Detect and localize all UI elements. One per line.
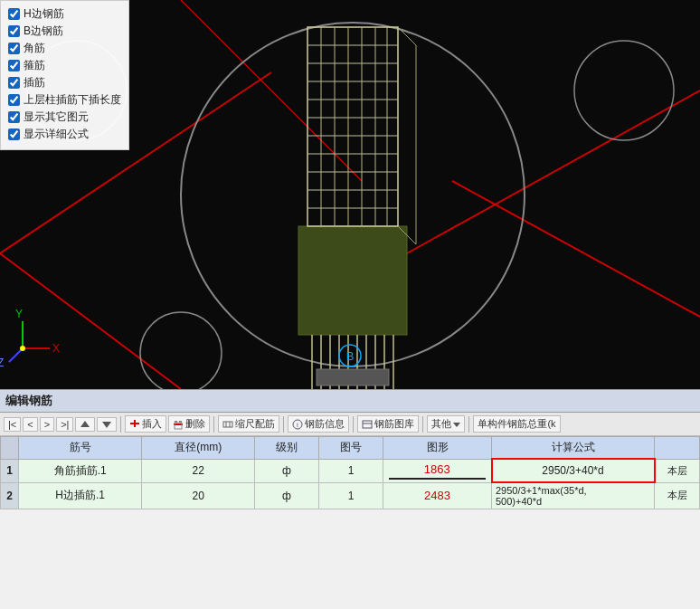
svg-text:Y: Y [15,308,23,320]
row-1-formula-value: 2950/3+40*d [542,464,603,477]
toolbar-sep-1 [120,416,121,433]
checkbox-insert-rebar[interactable]: 插筋 [8,75,121,90]
section-header: 编辑钢筋 [0,389,700,413]
checkbox-stirrup-input[interactable] [8,60,20,71]
svg-rect-59 [223,422,232,427]
svg-marker-51 [80,421,90,427]
row-1-grade: ф [254,459,318,482]
info-icon: i [292,419,303,430]
table-row[interactable]: 1 角筋插筋.1 22 ф 1 1863 2950/3+40*d 本层 [1,459,700,482]
checkbox-show-formula[interactable]: 显示详细公式 [8,127,121,142]
toolbar: |< < > >| 插入 删除 缩尺配筋 i 钢筋信息 钢筋图库 其他 单构件钢… [0,413,700,436]
checkbox-corner-rebar[interactable]: 角筋 [8,41,121,56]
library-btn[interactable]: 钢筋图库 [357,415,419,433]
svg-rect-10 [298,226,407,335]
nav-last-btn[interactable]: >| [56,417,73,432]
col-diameter: 直径(mm) [142,437,255,460]
row-2-figure-value: 2483 [424,489,450,502]
svg-point-47 [20,346,25,351]
svg-rect-50 [317,369,389,385]
scale-icon [222,419,233,430]
row-1-num: 1 [1,459,19,482]
section-header-label: 编辑钢筋 [5,394,52,407]
row-1-formula: 2950/3+40*d [492,459,655,482]
row-2-name: H边插筋.1 [19,482,142,509]
nav-first-btn[interactable]: |< [4,417,21,432]
checkbox-corner-rebar-input[interactable] [8,43,20,54]
col-grade: 级别 [254,437,318,460]
toolbar-sep-3 [283,416,284,433]
move-down-btn[interactable] [97,417,117,432]
row-1-diameter: 22 [142,459,255,482]
col-rownum [1,437,19,460]
svg-text:Z: Z [0,357,4,369]
col-rebar-name: 筋号 [19,437,142,460]
checkbox-upper-insert-label: 上层柱插筋下插长度 [24,92,121,108]
table-container: 筋号 直径(mm) 级别 图号 图形 计算公式 1 角筋插筋.1 22 ф 1 … [0,436,700,509]
table-row[interactable]: 2 H边插筋.1 20 ф 1 2483 2950/3+1*max(35*d,5… [1,482,700,509]
nav-prev-btn[interactable]: < [23,417,37,432]
checkbox-show-formula-label: 显示详细公式 [24,127,89,142]
row-2-fignum: 1 [318,482,383,509]
checkbox-upper-insert-input[interactable] [8,94,20,106]
svg-text:B: B [346,349,355,363]
col-figure: 图形 [383,437,492,460]
delete-icon [173,419,184,430]
other-btn[interactable]: 其他 [427,415,465,433]
3d-viewport: X Y Z B H边钢筋 B边钢筋 角筋 箍筋 [0,0,700,389]
checkbox-stirrup-label: 箍筋 [24,58,45,73]
row-1-name: 角筋插筋.1 [19,459,142,482]
checkbox-insert-rebar-label: 插筋 [24,75,45,90]
svg-rect-54 [134,420,136,427]
insert-btn[interactable]: 插入 [125,415,166,433]
rebar-table: 筋号 直径(mm) 级别 图号 图形 计算公式 1 角筋插筋.1 22 ф 1 … [0,436,700,509]
checkbox-h-rebar[interactable]: H边钢筋 [8,6,121,22]
row-2-diameter: 20 [142,482,255,509]
row-2-num: 2 [1,482,19,509]
row-2-note: 本层 [655,482,700,509]
row-1-figure: 1863 [383,459,492,482]
svg-rect-64 [363,421,372,428]
info-btn[interactable]: i 钢筋信息 [288,415,349,433]
library-icon [362,419,373,430]
nav-next-btn[interactable]: > [40,417,54,432]
toolbar-sep-5 [422,416,423,433]
down-icon [101,419,112,430]
checkbox-show-formula-input[interactable] [8,128,20,140]
row-2-formula-value: 2950/3+1*max(35*d,500)+40*d [496,485,587,507]
checkbox-panel: H边钢筋 B边钢筋 角筋 箍筋 插筋 上层柱插筋下插长度 显示其它图元 显示详 [0,0,129,150]
col-fig-num: 图号 [318,437,383,460]
checkbox-b-rebar-label: B边钢筋 [24,24,63,39]
checkbox-h-rebar-input[interactable] [8,8,20,20]
checkbox-show-other-label: 显示其它图元 [24,109,89,125]
row-2-formula: 2950/3+1*max(35*d,500)+40*d [492,482,655,509]
toolbar-sep-4 [353,416,354,433]
col-formula: 计算公式 [492,437,655,460]
svg-text:X: X [52,342,60,355]
checkbox-b-rebar[interactable]: B边钢筋 [8,24,121,39]
delete-btn[interactable]: 删除 [168,415,210,433]
move-up-btn[interactable] [75,417,95,432]
checkbox-show-other-input[interactable] [8,111,20,123]
checkbox-corner-rebar-label: 角筋 [24,41,45,56]
toolbar-sep-2 [213,416,214,433]
row-2-figure: 2483 [383,482,492,509]
svg-marker-66 [453,423,460,427]
checkbox-h-rebar-label: H边钢筋 [24,6,64,22]
row-1-note: 本层 [655,459,700,482]
svg-marker-52 [102,422,111,428]
checkbox-show-other[interactable]: 显示其它图元 [8,109,121,125]
scale-btn[interactable]: 缩尺配筋 [218,415,279,433]
checkbox-b-rebar-input[interactable] [8,25,20,37]
checkbox-insert-rebar-input[interactable] [8,77,20,89]
col-note [655,437,700,460]
single-total-btn[interactable]: 单构件钢筋总重(k [473,415,560,433]
checkbox-stirrup[interactable]: 箍筋 [8,58,121,73]
svg-text:i: i [297,421,298,429]
other-dropdown-icon [453,421,460,428]
row-1-fignum: 1 [318,459,383,482]
checkbox-upper-insert[interactable]: 上层柱插筋下插长度 [8,92,121,108]
row-1-figure-value: 1863 [424,462,450,476]
up-icon [80,419,90,430]
toolbar-sep-6 [468,416,469,433]
